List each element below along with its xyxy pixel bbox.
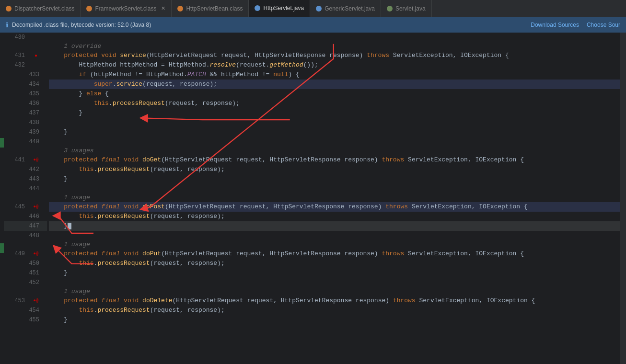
line-row: 455 xyxy=(4,315,47,325)
java-icon xyxy=(316,6,322,11)
tab-label-httpservletbean: HttpServletBean.class xyxy=(186,5,243,12)
line-row: 454 xyxy=(4,306,47,315)
tab-genericservlet[interactable]: GenericServlet.java xyxy=(310,0,381,17)
class-icon xyxy=(86,6,92,11)
code-area: 430 431 ● 432 433 434 435 436 xyxy=(0,33,626,364)
line-row: 440 xyxy=(4,137,47,147)
info-actions: Download Sources Choose Sour xyxy=(531,22,620,28)
code-editor[interactable]: 1 override protected void service(HttpSe… xyxy=(47,33,620,364)
line-row: 437 xyxy=(4,108,47,118)
java-icon xyxy=(255,5,260,11)
line-row: 445 ●@ xyxy=(4,202,47,212)
line-row: 435 xyxy=(4,89,47,99)
code-hint-override: 1 override xyxy=(49,42,620,51)
line-row-hint xyxy=(4,147,47,155)
code-hint-1usage-doput: 1 usage xyxy=(49,240,620,249)
code-line-450: this.processRequest(request, response); xyxy=(49,259,620,268)
line-row: 444 xyxy=(4,184,47,193)
code-line-441: protected final void doGet(HttpServletRe… xyxy=(49,155,620,165)
class-icon xyxy=(177,6,183,11)
line-row: 436 xyxy=(4,99,47,108)
tab-label-framework: FrameworkServlet.class xyxy=(95,5,156,12)
line-row-current: 447 xyxy=(4,221,47,231)
download-sources-link[interactable]: Download Sources xyxy=(531,22,579,28)
close-icon[interactable]: ✕ xyxy=(161,5,165,11)
line-row: 448 xyxy=(4,231,47,240)
line-row: 433 xyxy=(4,70,47,80)
tab-framework[interactable]: FrameworkServlet.class ✕ xyxy=(81,0,172,17)
line-row: 453 ●@ xyxy=(4,296,47,306)
code-line-455: } xyxy=(49,315,620,325)
line-row: 430 xyxy=(4,33,47,42)
code-hint-1usage-dopost: 1 usage xyxy=(49,193,620,202)
info-icon: ℹ xyxy=(6,21,8,29)
tab-label-httpservlet: HttpServlet.java xyxy=(263,5,304,11)
line-row-hint xyxy=(4,240,47,249)
line-row: 439 xyxy=(4,127,47,137)
line-row: 441 ●@ xyxy=(4,155,47,165)
side-marker-green xyxy=(0,138,4,148)
code-hint-3usages: 3 usages xyxy=(49,147,620,155)
code-line-437: } xyxy=(49,108,620,118)
code-line-439: } xyxy=(49,127,620,137)
code-line-454: this.processRequest(request, response); xyxy=(49,306,620,315)
code-line-446: this.processRequest(request, response); xyxy=(49,212,620,221)
tab-label-dispatcher: DispatcherServlet.class xyxy=(14,5,74,12)
tab-label-servlet: Servlet.java xyxy=(395,5,426,12)
line-row-hint xyxy=(4,287,47,296)
line-row: 446 xyxy=(4,212,47,221)
code-line-438 xyxy=(49,118,620,127)
code-line-434: super.service(request, response); xyxy=(49,80,620,89)
left-gutter xyxy=(0,33,4,364)
code-line-435: } else { xyxy=(49,89,620,99)
code-line-449: protected final void doPut(HttpServletRe… xyxy=(49,249,620,259)
code-line-444 xyxy=(49,184,620,193)
code-line-433: if (httpMethod != HttpMethod.PATCH && ht… xyxy=(49,70,620,80)
line-row: 434 xyxy=(4,80,47,89)
line-row: 451 xyxy=(4,268,47,278)
line-row: 452 xyxy=(4,278,47,287)
code-line-445: protected final void doPost(HttpServletR… xyxy=(49,202,620,212)
code-line-430 xyxy=(49,33,620,42)
line-row: 443 xyxy=(4,174,47,184)
code-line-448 xyxy=(49,231,620,240)
line-row: 450 xyxy=(4,259,47,268)
line-row: 438 xyxy=(4,118,47,127)
info-message: Decompiled .class file, bytecode version… xyxy=(12,22,151,28)
choose-sources-link[interactable]: Choose Sour xyxy=(587,22,620,28)
tab-servlet[interactable]: Servlet.java xyxy=(381,0,432,17)
code-hint-1usage-dodelete: 1 usage xyxy=(49,287,620,296)
code-line-431: protected void service(HttpServletReques… xyxy=(49,51,620,60)
line-numbers: 430 431 ● 432 433 434 435 436 xyxy=(4,33,47,364)
class-icon xyxy=(6,6,12,11)
line-row: 449 ●@ xyxy=(4,249,47,259)
side-marker-green2 xyxy=(0,243,4,253)
line-row: 431 ● xyxy=(4,51,47,60)
line-row-hint xyxy=(4,42,47,51)
code-line-453: protected final void doDelete(HttpServle… xyxy=(49,296,620,306)
line-row: 432 xyxy=(4,60,47,70)
code-line-447-current: } xyxy=(49,221,620,231)
tab-dispatcher[interactable]: DispatcherServlet.class xyxy=(0,0,81,17)
right-scrollbar[interactable] xyxy=(620,33,626,364)
tab-httpservlet[interactable]: HttpServlet.java xyxy=(249,0,310,17)
line-row: 442 xyxy=(4,165,47,174)
info-bar: ℹ Decompiled .class file, bytecode versi… xyxy=(0,17,626,33)
tab-bar: DispatcherServlet.class FrameworkServlet… xyxy=(0,0,626,17)
code-line-443: } xyxy=(49,174,620,184)
code-line-436: this.processRequest(request, response); xyxy=(49,99,620,108)
tab-label-genericservlet: GenericServlet.java xyxy=(325,5,375,12)
java-icon-green xyxy=(387,6,393,11)
line-row-hint xyxy=(4,193,47,202)
code-line-451: } xyxy=(49,268,620,278)
code-line-442: this.processRequest(request, response); xyxy=(49,165,620,174)
code-line-432: HttpMethod httpMethod = HttpMethod.resol… xyxy=(49,60,620,70)
code-line-440 xyxy=(49,137,620,147)
tab-httpservletbean[interactable]: HttpServletBean.class xyxy=(172,0,249,17)
code-line-452 xyxy=(49,278,620,287)
